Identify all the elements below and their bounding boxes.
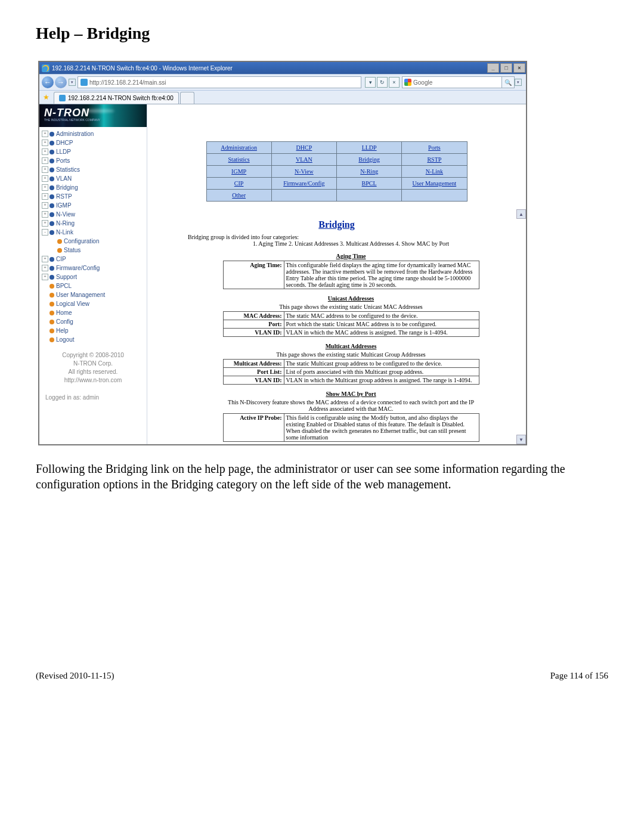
stop-button[interactable]: ×: [389, 77, 400, 88]
tree-toggle-icon[interactable]: +: [42, 175, 48, 182]
nav-item-logout[interactable]: Logout: [49, 335, 144, 344]
help-grid-link-bridging[interactable]: Bridging: [358, 156, 380, 163]
nav-item-cip[interactable]: +CIP: [42, 255, 144, 264]
help-grid-link-rstp[interactable]: RSTP: [427, 156, 441, 163]
refresh-button[interactable]: ↻: [377, 77, 388, 88]
tree-toggle-icon[interactable]: +: [42, 220, 48, 227]
def-value: List of ports associated with this Multi…: [284, 368, 479, 376]
help-grid-link-ports[interactable]: Ports: [428, 144, 441, 151]
help-grid-link-firmware-config[interactable]: Firmware/Config: [283, 180, 324, 187]
tree-toggle-icon[interactable]: +: [42, 202, 48, 209]
nav-item-configuration[interactable]: Configuration: [57, 237, 144, 246]
nav-item-logical-view[interactable]: Logical View: [49, 299, 144, 308]
help-grid-cell[interactable]: Statistics: [206, 154, 271, 166]
tree-toggle-icon[interactable]: +: [42, 157, 48, 164]
tree-toggle-icon[interactable]: +: [42, 274, 48, 280]
tree-toggle-icon[interactable]: +: [42, 211, 48, 218]
tab-icon: [59, 95, 66, 101]
nav-item-support[interactable]: +Support: [42, 272, 144, 281]
help-grid-cell[interactable]: Ports: [402, 142, 467, 154]
help-grid-cell[interactable]: Bridging: [337, 154, 402, 166]
search-input[interactable]: Google: [402, 76, 502, 88]
help-grid-cell[interactable]: BPCL: [337, 178, 402, 190]
nav-item-vlan[interactable]: +VLAN: [42, 174, 144, 183]
nav-item-bpcl[interactable]: BPCL: [49, 281, 144, 290]
help-grid-link-lldp[interactable]: LLDP: [362, 144, 377, 151]
nav-item-rstp[interactable]: +RSTP: [42, 192, 144, 201]
help-grid-link-n-view[interactable]: N-View: [295, 168, 314, 175]
tree-toggle-icon[interactable]: +: [42, 256, 48, 262]
nav-item-user-management[interactable]: User Management: [49, 290, 144, 299]
nav-back-button[interactable]: ←: [42, 76, 54, 88]
tree-toggle-icon[interactable]: +: [42, 148, 48, 155]
window-close-button[interactable]: ×: [513, 63, 525, 73]
tree-toggle-icon[interactable]: +: [42, 265, 48, 271]
favorites-icon[interactable]: ★: [43, 93, 51, 101]
scrollbar-down[interactable]: ▼: [516, 435, 526, 444]
help-grid-cell[interactable]: CIP: [206, 178, 271, 190]
mac-note: This N-Discovery feature shows the MAC a…: [188, 399, 514, 412]
nav-item-config[interactable]: Config: [49, 317, 144, 326]
ie-icon: [42, 64, 49, 72]
active-tab[interactable]: 192.168.2.214 N-TRON Switch fb:e4:00: [54, 92, 179, 104]
help-grid-cell[interactable]: Administration: [206, 142, 271, 154]
browser-window: 192.168.2.214 N-TRON Switch fb:e4:00 - W…: [38, 61, 527, 445]
help-grid-link-user-management[interactable]: User Management: [413, 180, 457, 187]
nav-item-help[interactable]: Help: [49, 326, 144, 335]
nav-history-dropdown[interactable]: ▾: [69, 79, 76, 86]
address-input[interactable]: http://192.168.2.214/main.ssi: [78, 76, 361, 88]
help-grid-cell[interactable]: IGMP: [206, 166, 271, 178]
help-grid-link-n-ring[interactable]: N-Ring: [360, 168, 378, 175]
help-grid-cell[interactable]: DHCP: [271, 142, 336, 154]
nav-item-lldp[interactable]: +LLDP: [42, 147, 144, 156]
help-grid-cell[interactable]: N-View: [271, 166, 336, 178]
help-grid-link-vlan[interactable]: VLAN: [296, 156, 312, 163]
help-grid-cell[interactable]: RSTP: [402, 154, 467, 166]
nav-item-n-view[interactable]: +N-View: [42, 210, 144, 219]
help-grid-link-administration[interactable]: Administration: [221, 144, 257, 151]
window-minimize-button[interactable]: _: [487, 63, 499, 73]
help-grid-link-statistics[interactable]: Statistics: [228, 156, 250, 163]
help-grid-cell[interactable]: VLAN: [271, 154, 336, 166]
bullet-icon: [49, 293, 54, 298]
window-maximize-button[interactable]: □: [500, 63, 512, 73]
nav-item-n-ring[interactable]: +N-Ring: [42, 219, 144, 228]
nav-item-igmp[interactable]: +IGMP: [42, 201, 144, 210]
nav-item-dhcp[interactable]: +DHCP: [42, 138, 144, 147]
help-grid-cell: [402, 190, 467, 202]
help-grid-cell[interactable]: User Management: [402, 178, 467, 190]
tree-toggle-icon[interactable]: +: [42, 166, 48, 173]
tree-toggle-icon[interactable]: -: [42, 229, 48, 236]
addr-dropdown[interactable]: ▾: [365, 77, 376, 88]
nav-item-n-link[interactable]: -N-Link: [42, 228, 144, 237]
nav-item-statistics[interactable]: +Statistics: [42, 165, 144, 174]
nav-item-ports[interactable]: +Ports: [42, 156, 144, 165]
help-grid-link-other[interactable]: Other: [232, 192, 246, 199]
nav-item-firmware-config[interactable]: +Firmware/Config: [42, 264, 144, 272]
help-grid-link-n-link[interactable]: N-Link: [426, 168, 443, 175]
help-grid-cell[interactable]: N-Link: [402, 166, 467, 178]
help-grid-cell[interactable]: N-Ring: [337, 166, 402, 178]
search-dropdown[interactable]: ▾: [515, 79, 522, 86]
copyright: Copyright © 2008-2010: [45, 351, 141, 360]
search-go-button[interactable]: 🔍: [502, 76, 515, 88]
help-grid-cell[interactable]: Other: [206, 190, 271, 202]
nav-item-home[interactable]: Home: [49, 308, 144, 317]
help-grid-cell[interactable]: LLDP: [337, 142, 402, 154]
help-grid-link-dhcp[interactable]: DHCP: [296, 144, 312, 151]
bullet-icon: [57, 239, 62, 244]
tree-toggle-icon[interactable]: +: [42, 131, 48, 137]
help-grid-link-igmp[interactable]: IGMP: [231, 168, 246, 175]
nav-item-bridging[interactable]: +Bridging: [42, 183, 144, 192]
nav-item-status[interactable]: Status: [57, 246, 144, 255]
scrollbar-up[interactable]: ▲: [516, 209, 526, 219]
nav-item-administration[interactable]: +Administration: [42, 129, 144, 138]
tree-toggle-icon[interactable]: +: [42, 140, 48, 146]
help-grid-cell[interactable]: Firmware/Config: [271, 178, 336, 190]
help-grid-link-bpcl[interactable]: BPCL: [362, 180, 377, 187]
tree-toggle-icon[interactable]: +: [42, 193, 48, 200]
tree-toggle-icon[interactable]: +: [42, 184, 48, 191]
help-grid-link-cip[interactable]: CIP: [234, 180, 244, 187]
new-tab-button[interactable]: [180, 92, 194, 104]
nav-forward-button[interactable]: →: [55, 76, 67, 88]
